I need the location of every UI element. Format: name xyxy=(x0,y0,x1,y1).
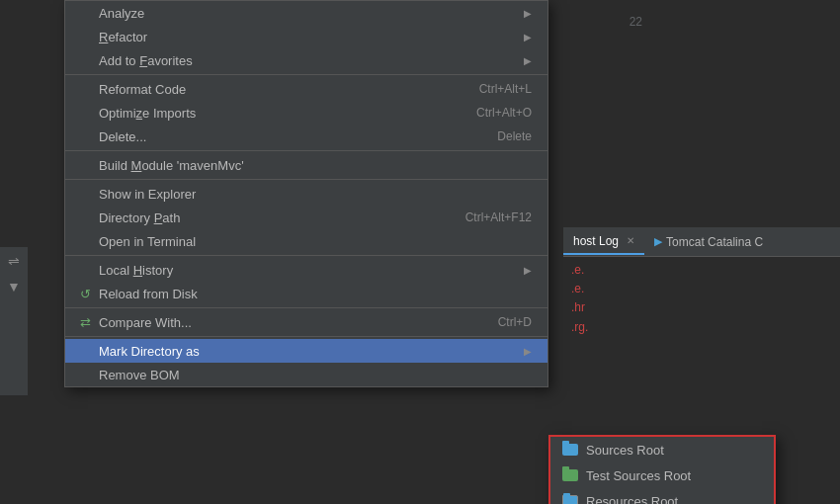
menu-item-optimize[interactable]: Optimize Imports Ctrl+Alt+O xyxy=(65,101,547,125)
menu-item-dirpath[interactable]: Directory Path Ctrl+Alt+F12 xyxy=(65,206,547,229)
separator-3 xyxy=(65,179,547,180)
compare-label: Compare With... xyxy=(99,315,192,330)
log-line-2: .e. xyxy=(571,280,832,298)
favorites-arrow: ▶ xyxy=(524,55,532,66)
log-line-1: .e. xyxy=(571,261,832,280)
log-content: .e. .e. .hr .rg. xyxy=(563,257,840,341)
separator-2 xyxy=(65,150,547,151)
delete-label: Delete... xyxy=(99,129,146,144)
menu-item-reformat[interactable]: Reformat Code Ctrl+Alt+L xyxy=(65,77,547,101)
menu-item-removebom[interactable]: Remove BOM xyxy=(65,363,547,386)
refactor-label: Refactor xyxy=(99,30,147,44)
markdir-label: Mark Directory as xyxy=(99,344,200,359)
menu-item-reload[interactable]: ↺ Reload from Disk xyxy=(65,282,547,305)
terminal-icon xyxy=(77,233,93,249)
resources-root-label: Resources Root xyxy=(586,494,678,505)
menu-item-compare[interactable]: ⇄ Compare With... Ctrl+D xyxy=(65,310,547,334)
menu-item-favorites[interactable]: Add to Favorites ▶ xyxy=(65,48,547,72)
log-tab-catalina[interactable]: ▶ Tomcat Catalina C xyxy=(644,230,773,254)
resources-root-icon xyxy=(562,495,578,504)
test-sources-root-label: Test Sources Root xyxy=(586,468,691,483)
explorer-label: Show in Explorer xyxy=(99,187,196,202)
separator-5 xyxy=(65,307,547,308)
reformat-icon xyxy=(77,81,93,97)
analyze-icon xyxy=(77,5,93,21)
menu-item-markdir[interactable]: Mark Directory as ▶ xyxy=(65,339,547,363)
dirpath-shortcut: Ctrl+Alt+F12 xyxy=(465,210,532,224)
compare-shortcut: Ctrl+D xyxy=(498,315,532,329)
menu-item-history[interactable]: Local History ▶ xyxy=(65,258,547,282)
optimize-label: Optimize Imports xyxy=(99,106,196,121)
menu-item-analyze[interactable]: Analyze ▶ xyxy=(65,1,547,25)
log-tab-catalina-label: Tomcat Catalina C xyxy=(666,235,763,249)
submenu-item-sources-root[interactable]: Sources Root xyxy=(550,437,774,462)
catalina-icon: ▶ xyxy=(654,235,662,248)
reload-icon: ↺ xyxy=(77,286,93,301)
compare-icon: ⇄ xyxy=(77,314,93,330)
separator-1 xyxy=(65,74,547,75)
sidebar-icon-swap[interactable]: ⇌ xyxy=(4,251,24,271)
explorer-icon xyxy=(77,186,93,202)
dirpath-label: Directory Path xyxy=(99,210,180,225)
build-icon xyxy=(77,157,93,173)
refactor-icon xyxy=(77,29,93,44)
menu-item-delete[interactable]: Delete... Delete xyxy=(65,125,547,148)
history-icon xyxy=(77,262,93,278)
sidebar-icon-expand[interactable]: ▼ xyxy=(4,277,24,296)
reformat-label: Reformat Code xyxy=(99,82,186,97)
analyze-label: Analyze xyxy=(99,6,144,21)
submenu-item-test-sources-root[interactable]: Test Sources Root xyxy=(550,462,774,488)
reload-label: Reload from Disk xyxy=(99,287,198,301)
build-label: Build Module 'mavenMvc' xyxy=(99,158,244,173)
sources-root-label: Sources Root xyxy=(586,443,664,458)
optimize-icon xyxy=(77,105,93,121)
menu-item-build[interactable]: Build Module 'mavenMvc' xyxy=(65,153,547,177)
log-line-4: .rg. xyxy=(571,318,832,337)
log-line-3: .hr xyxy=(571,298,832,317)
context-menu: Analyze ▶ Refactor ▶ Add to Favorites ▶ … xyxy=(64,0,548,387)
markdir-icon xyxy=(77,343,93,359)
line-number: 22 xyxy=(630,15,642,29)
log-tab-host-label: host Log xyxy=(573,234,619,248)
separator-4 xyxy=(65,255,547,256)
analyze-arrow: ▶ xyxy=(524,8,532,19)
menu-item-explorer[interactable]: Show in Explorer xyxy=(65,182,547,206)
favorites-icon xyxy=(77,52,93,68)
submenu-item-resources-root[interactable]: Resources Root xyxy=(550,488,774,504)
sources-root-icon xyxy=(562,444,578,456)
markdir-arrow: ▶ xyxy=(524,346,532,357)
log-tab-host-close[interactable]: ✕ xyxy=(627,235,634,246)
log-tabs-bar: host Log ✕ ▶ Tomcat Catalina C xyxy=(563,227,840,257)
history-arrow: ▶ xyxy=(524,265,532,276)
sidebar: ⇌ ▼ xyxy=(0,247,28,395)
test-sources-root-icon xyxy=(562,469,578,481)
refactor-arrow: ▶ xyxy=(524,32,532,42)
separator-6 xyxy=(65,336,547,337)
menu-item-terminal[interactable]: Open in Terminal xyxy=(65,229,547,253)
delete-icon xyxy=(77,128,93,144)
reformat-shortcut: Ctrl+Alt+L xyxy=(479,82,532,96)
terminal-label: Open in Terminal xyxy=(99,234,196,249)
history-label: Local History xyxy=(99,263,173,278)
dirpath-icon xyxy=(77,210,93,225)
optimize-shortcut: Ctrl+Alt+O xyxy=(476,106,532,120)
log-tab-host[interactable]: host Log ✕ xyxy=(563,229,644,255)
favorites-label: Add to Favorites xyxy=(99,53,193,68)
menu-item-refactor[interactable]: Refactor ▶ xyxy=(65,25,547,48)
removebom-icon xyxy=(77,367,93,382)
submenu-markdir: Sources Root Test Sources Root Resources… xyxy=(548,435,776,504)
delete-shortcut: Delete xyxy=(497,129,532,143)
removebom-label: Remove BOM xyxy=(99,368,180,382)
